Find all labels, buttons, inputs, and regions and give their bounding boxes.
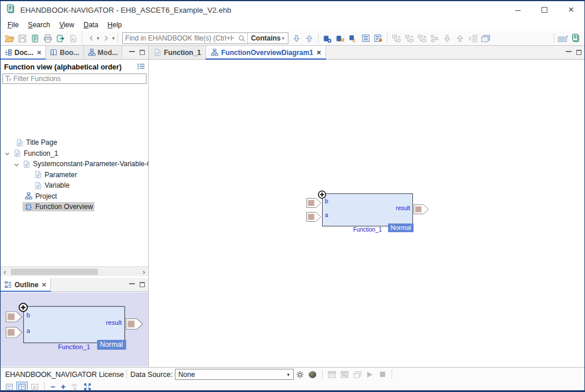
navigate-back-menu-icon[interactable]: ▾ bbox=[97, 35, 100, 41]
measure-window-icon[interactable] bbox=[326, 370, 338, 379]
tree-horizontal-scrollbar[interactable]: ‹ › bbox=[1, 266, 148, 276]
tree-item-function-1[interactable]: Function_1 bbox=[1, 148, 148, 159]
tree-item-variable[interactable]: Variable bbox=[1, 180, 148, 191]
menu-view[interactable]: View bbox=[54, 20, 79, 30]
tab-function-overview-diagram[interactable]: FunctionOverviewDiagram1 × bbox=[206, 46, 326, 59]
close-icon[interactable]: × bbox=[42, 281, 46, 288]
ehandbook-help-icon[interactable] bbox=[570, 33, 582, 43]
expand-block-icon[interactable] bbox=[18, 302, 28, 313]
experiment-window-icon[interactable] bbox=[352, 370, 363, 379]
scroll-left-icon[interactable]: ‹ bbox=[1, 268, 9, 276]
minimize-panel-icon[interactable] bbox=[129, 283, 135, 284]
hierarchy-up-icon[interactable] bbox=[403, 33, 415, 43]
print-icon[interactable] bbox=[42, 33, 53, 43]
maximize-panel-icon[interactable] bbox=[140, 50, 145, 55]
tree-item-parameter[interactable]: Parameter bbox=[1, 170, 148, 181]
expand-block-icon[interactable] bbox=[317, 190, 327, 199]
document-icon bbox=[34, 182, 42, 189]
document-icon bbox=[34, 171, 42, 178]
calibrate-window-icon[interactable] bbox=[339, 370, 350, 379]
open-file-icon[interactable] bbox=[3, 33, 15, 43]
open-handbook-icon[interactable] bbox=[29, 33, 41, 43]
export-icon[interactable] bbox=[54, 33, 66, 43]
menu-help[interactable]: Help bbox=[103, 20, 127, 30]
hierarchy-remove-icon[interactable] bbox=[416, 33, 427, 43]
view-single-page-icon[interactable] bbox=[3, 382, 15, 391]
view-text-page-icon[interactable]: a bbox=[29, 382, 41, 391]
clear-list-icon[interactable] bbox=[372, 33, 384, 43]
start-measurement-icon[interactable] bbox=[364, 370, 376, 379]
data-source-settings-icon[interactable] bbox=[294, 370, 306, 379]
close-window-button[interactable]: × bbox=[558, 1, 584, 19]
find-previous-icon[interactable] bbox=[304, 33, 315, 43]
menu-data[interactable]: Data bbox=[79, 20, 103, 30]
minimize-panel-icon[interactable] bbox=[129, 50, 135, 52]
input-port-b[interactable] bbox=[6, 312, 23, 323]
tab-documents[interactable]: Doc... × bbox=[1, 46, 46, 59]
tab-models[interactable]: Mod... bbox=[84, 46, 123, 59]
filter-functions-input[interactable] bbox=[13, 75, 146, 83]
navigate-back-icon[interactable] bbox=[85, 33, 97, 43]
stop-measurement-icon[interactable] bbox=[377, 370, 389, 379]
scroll-right-icon[interactable]: › bbox=[140, 268, 148, 276]
data-source-dropdown[interactable]: None ▾ bbox=[175, 369, 294, 380]
maximize-window-button[interactable] bbox=[531, 1, 558, 19]
data-source-connect-icon[interactable] bbox=[307, 370, 319, 379]
outline-function-block[interactable]: b a result Function_1 Normal bbox=[1, 302, 145, 357]
capture-view-icon[interactable] bbox=[480, 33, 491, 43]
find-input[interactable] bbox=[123, 34, 236, 42]
input-port-a[interactable] bbox=[306, 212, 321, 222]
match-mode-dropdown[interactable]: Contains ▾ bbox=[247, 33, 288, 43]
output-port-result[interactable] bbox=[414, 204, 429, 214]
tab-outline[interactable]: Outline × bbox=[1, 278, 51, 291]
navigate-forward-icon[interactable] bbox=[101, 33, 112, 43]
expander-icon[interactable] bbox=[5, 151, 9, 155]
show-measurements-icon[interactable]: M bbox=[334, 33, 346, 43]
minimize-panel-icon[interactable] bbox=[566, 50, 572, 52]
expand-function-icon[interactable] bbox=[321, 33, 333, 43]
diagram-canvas[interactable]: b a result Function_1 Normal bbox=[149, 60, 585, 367]
function-block-body[interactable]: b a result bbox=[23, 306, 125, 343]
hierarchy-down-icon[interactable] bbox=[390, 33, 402, 43]
tree-item-systemconstant[interactable]: Systemconstant-Parameter-Variable-C bbox=[1, 159, 148, 170]
menu-file[interactable]: File bbox=[3, 20, 23, 30]
maximize-panel-icon[interactable] bbox=[140, 282, 145, 287]
close-icon[interactable]: × bbox=[37, 49, 42, 56]
tree-item-function-overview[interactable]: Function Overview bbox=[1, 202, 148, 213]
zoom-in-button[interactable]: + bbox=[58, 382, 68, 391]
scrollbar-thumb[interactable] bbox=[11, 269, 98, 275]
tab-bookmarks[interactable]: Boo... bbox=[46, 46, 83, 59]
tree-item-title-page[interactable]: Title Page bbox=[1, 137, 148, 148]
menu-search[interactable]: Search bbox=[23, 20, 54, 30]
show-calibrations-icon[interactable]: c bbox=[347, 33, 359, 43]
input-port-b[interactable] bbox=[306, 198, 321, 208]
hierarchy-back-icon[interactable] bbox=[467, 33, 478, 43]
close-icon[interactable]: × bbox=[317, 49, 321, 56]
minimize-window-button[interactable]: ─ bbox=[504, 1, 531, 19]
fit-to-view-icon[interactable] bbox=[82, 382, 93, 391]
tree-item-project[interactable]: Project bbox=[1, 191, 148, 202]
function-block[interactable]: b a result Function_1 Normal bbox=[302, 190, 431, 239]
navigate-forward-menu-icon[interactable]: ▾ bbox=[112, 35, 115, 41]
keyboard-shortcuts-icon[interactable] bbox=[557, 33, 569, 43]
function-block-body[interactable]: b a result bbox=[322, 193, 413, 226]
save-icon[interactable] bbox=[16, 33, 28, 43]
port-up-icon[interactable] bbox=[454, 33, 466, 43]
input-port-a[interactable] bbox=[6, 327, 23, 338]
output-label-result: result bbox=[106, 319, 122, 326]
view-menu-icon[interactable] bbox=[137, 63, 145, 71]
tab-function-1[interactable]: Function_1 bbox=[149, 46, 206, 59]
zoom-100-icon[interactable]: 100% bbox=[69, 382, 81, 391]
data-source-label: Data Source: bbox=[130, 371, 173, 379]
connector-trace-icon[interactable] bbox=[429, 33, 440, 43]
pdf-export-icon[interactable]: A bbox=[67, 33, 79, 43]
view-split-page-icon[interactable] bbox=[16, 382, 28, 391]
expander-icon[interactable] bbox=[14, 162, 19, 166]
show-list-icon[interactable] bbox=[360, 33, 371, 43]
zoom-out-button[interactable]: − bbox=[47, 382, 58, 391]
output-port-result[interactable] bbox=[126, 318, 143, 329]
title-bar[interactable]: EHANDBOOK-NAVIGATOR - EHB_ASCET6_Example… bbox=[1, 1, 584, 19]
port-down-icon[interactable] bbox=[441, 33, 453, 43]
find-next-icon[interactable] bbox=[291, 33, 302, 43]
maximize-panel-icon[interactable] bbox=[576, 50, 582, 55]
